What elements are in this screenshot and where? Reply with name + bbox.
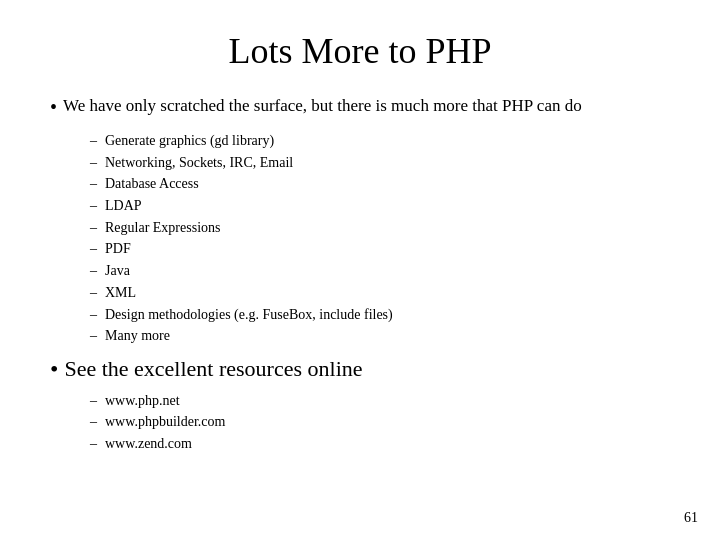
- sub-list-2: – www.php.net – www.phpbuilder.com – www…: [90, 390, 670, 455]
- list-item-label: LDAP: [105, 195, 142, 217]
- list-item: – Regular Expressions: [90, 217, 670, 239]
- list-item-label: Java: [105, 260, 130, 282]
- bullet-2: • See the excellent resources online: [50, 355, 670, 384]
- sub-list-1: – Generate graphics (gd library) – Netwo…: [90, 130, 670, 347]
- dash-icon: –: [90, 260, 97, 282]
- list-item-label: www.zend.com: [105, 433, 192, 455]
- list-item-label: Generate graphics (gd library): [105, 130, 274, 152]
- bullet-text-2: See the excellent resources online: [64, 355, 362, 384]
- list-item-label: www.phpbuilder.com: [105, 411, 225, 433]
- list-item: – Design methodologies (e.g. FuseBox, in…: [90, 304, 670, 326]
- list-item: – XML: [90, 282, 670, 304]
- dash-icon: –: [90, 411, 97, 433]
- list-item-label: Design methodologies (e.g. FuseBox, incl…: [105, 304, 393, 326]
- dash-icon: –: [90, 282, 97, 304]
- slide-title: Lots More to PHP: [50, 30, 670, 72]
- dash-icon: –: [90, 217, 97, 239]
- list-item: – www.php.net: [90, 390, 670, 412]
- list-item-label: Many more: [105, 325, 170, 347]
- dash-icon: –: [90, 304, 97, 326]
- list-item-label: Regular Expressions: [105, 217, 220, 239]
- list-item: – Many more: [90, 325, 670, 347]
- bullet-text-1: We have only scratched the surface, but …: [63, 94, 582, 118]
- dash-icon: –: [90, 195, 97, 217]
- list-item: – PDF: [90, 238, 670, 260]
- list-item-label: Database Access: [105, 173, 199, 195]
- list-item: – LDAP: [90, 195, 670, 217]
- dash-icon: –: [90, 325, 97, 347]
- page-number: 61: [684, 510, 698, 526]
- bullet-dot-1: •: [50, 94, 57, 120]
- dash-icon: –: [90, 238, 97, 260]
- list-item: – Networking, Sockets, IRC, Email: [90, 152, 670, 174]
- bullet-dot-2: •: [50, 355, 58, 384]
- list-item: – www.zend.com: [90, 433, 670, 455]
- list-item-label: XML: [105, 282, 136, 304]
- list-item-label: Networking, Sockets, IRC, Email: [105, 152, 293, 174]
- dash-icon: –: [90, 173, 97, 195]
- list-item-label: www.php.net: [105, 390, 180, 412]
- list-item-label: PDF: [105, 238, 131, 260]
- dash-icon: –: [90, 130, 97, 152]
- slide: Lots More to PHP • We have only scratche…: [0, 0, 720, 540]
- dash-icon: –: [90, 433, 97, 455]
- list-item: – Generate graphics (gd library): [90, 130, 670, 152]
- dash-icon: –: [90, 152, 97, 174]
- dash-icon: –: [90, 390, 97, 412]
- list-item: – Database Access: [90, 173, 670, 195]
- list-item: – www.phpbuilder.com: [90, 411, 670, 433]
- bullet-1: • We have only scratched the surface, bu…: [50, 94, 670, 120]
- list-item: – Java: [90, 260, 670, 282]
